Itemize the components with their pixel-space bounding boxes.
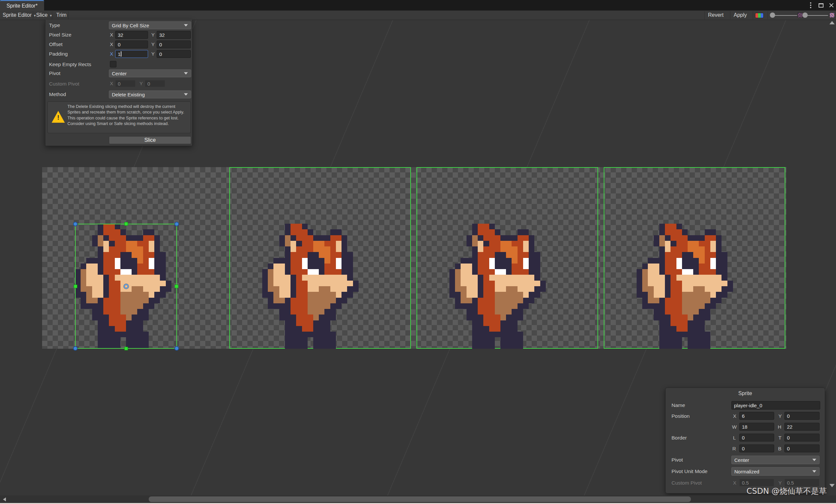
watermark-text: CSDN @烧仙草不是草 bbox=[746, 486, 827, 497]
mip-slider-track[interactable] bbox=[774, 15, 797, 16]
toolbar-separator bbox=[33, 11, 33, 19]
x-axis-label: X bbox=[110, 81, 113, 86]
keep-empty-rects-row: Keep Empty Rects bbox=[45, 60, 193, 69]
window-controls bbox=[808, 0, 834, 11]
selection-handle-top[interactable] bbox=[125, 222, 128, 226]
position-w-field[interactable]: 18 bbox=[739, 423, 774, 431]
selection-handle-bottom-right[interactable] bbox=[174, 346, 179, 351]
y-axis-label: Y bbox=[151, 41, 155, 47]
y-axis-label: Y bbox=[151, 32, 155, 38]
sprite-pivot-value: Center bbox=[734, 457, 749, 463]
sprite-selection-rect[interactable] bbox=[75, 224, 177, 349]
chevron-down-icon bbox=[184, 24, 188, 27]
chevron-down-icon bbox=[812, 470, 816, 473]
window-menu-icon[interactable] bbox=[810, 5, 811, 6]
selection-handle-bottom[interactable] bbox=[125, 347, 128, 350]
x-axis-label: X bbox=[110, 32, 113, 38]
x-axis-label: X bbox=[733, 480, 736, 486]
offset-x-value: 0 bbox=[118, 42, 120, 47]
selection-handle-left[interactable] bbox=[74, 285, 77, 288]
horizontal-scrollbar[interactable] bbox=[0, 496, 836, 503]
offset-y-field[interactable]: 0 bbox=[157, 40, 191, 49]
rgb-channels-icon[interactable] bbox=[755, 13, 764, 18]
horizontal-scroll-left-icon[interactable] bbox=[3, 498, 6, 501]
pixel-size-x-field[interactable]: 32 bbox=[115, 31, 148, 39]
custom-pivot-y-value: 0 bbox=[147, 81, 150, 86]
pivot-unit-mode-dropdown[interactable]: Normalized bbox=[732, 467, 820, 476]
window-tab[interactable]: Sprite Editor* bbox=[0, 0, 44, 11]
apply-button[interactable]: Apply bbox=[733, 11, 748, 20]
selection-handle-top-left[interactable] bbox=[73, 222, 78, 226]
zoom-slider-track[interactable] bbox=[806, 15, 828, 16]
selection-handle-top-right[interactable] bbox=[174, 222, 179, 226]
toolbar: Sprite Editor ▾ Slice ▾ Trim Revert Appl… bbox=[0, 11, 836, 20]
x-axis-label: X bbox=[110, 51, 113, 57]
vertical-scroll-down-icon[interactable] bbox=[830, 484, 835, 487]
border-t-field[interactable]: 0 bbox=[784, 433, 820, 442]
border-l-value: 0 bbox=[742, 435, 744, 441]
b-axis-label: B bbox=[778, 446, 781, 451]
chevron-down-icon: ▾ bbox=[50, 14, 52, 18]
custom-pivot-x-field: 0 bbox=[115, 80, 136, 87]
apply-label: Apply bbox=[734, 12, 747, 18]
revert-button[interactable]: Revert bbox=[707, 11, 725, 20]
border-b-field[interactable]: 0 bbox=[784, 444, 820, 452]
fox-sprite[interactable] bbox=[636, 224, 739, 349]
sprite-editor-mode-dropdown[interactable]: Sprite Editor ▾ bbox=[1, 11, 37, 20]
offset-label: Offset bbox=[49, 41, 62, 47]
position-y-field[interactable]: 0 bbox=[784, 412, 820, 420]
sprite-custom-pivot-label: Custom Pivot bbox=[671, 480, 702, 486]
toolbar-separator bbox=[753, 11, 753, 19]
border-r-field[interactable]: 0 bbox=[739, 444, 774, 452]
padding-x-field[interactable]: 1 bbox=[115, 50, 148, 58]
fox-sprite[interactable] bbox=[262, 224, 364, 349]
pivot-row: Pivot Center bbox=[45, 70, 193, 77]
slice-menu-button[interactable]: Slice ▾ bbox=[35, 11, 53, 20]
selection-handle-bottom-left[interactable] bbox=[73, 346, 78, 351]
close-icon[interactable] bbox=[829, 3, 834, 8]
type-dropdown[interactable]: Grid By Cell Size bbox=[109, 21, 191, 29]
pixel-size-row: Pixel Size X 32 Y 32 bbox=[45, 31, 193, 39]
sprite-custom-pivot-y-value: 0.5 bbox=[787, 480, 794, 486]
trim-button[interactable]: Trim bbox=[55, 11, 68, 20]
chevron-down-icon bbox=[184, 72, 188, 75]
x-axis-label: X bbox=[733, 413, 736, 419]
name-row: Name player-idle_0 bbox=[666, 401, 825, 410]
sprite-custom-pivot-x-field: 0.5 bbox=[739, 479, 774, 487]
r-axis-label: R bbox=[733, 446, 736, 451]
slice-menu-label: Slice bbox=[36, 12, 48, 18]
border-l-field[interactable]: 0 bbox=[739, 433, 774, 442]
keep-empty-rects-checkbox[interactable] bbox=[110, 61, 116, 67]
offset-x-field[interactable]: 0 bbox=[115, 40, 148, 49]
selection-handle-right[interactable] bbox=[175, 285, 178, 288]
x-axis-label: X bbox=[110, 41, 113, 47]
pivot-value: Center bbox=[112, 71, 127, 76]
padding-y-field[interactable]: 0 bbox=[157, 50, 191, 58]
stripes-icon bbox=[830, 13, 835, 18]
sprite-inspector-panel: Sprite Name player-idle_0 Position X 6 Y… bbox=[665, 388, 825, 493]
fox-sprite[interactable] bbox=[450, 224, 551, 349]
maximize-icon[interactable] bbox=[819, 3, 823, 7]
pixel-size-y-value: 32 bbox=[159, 32, 165, 38]
sprite-pivot-dropdown[interactable]: Center bbox=[732, 455, 820, 464]
pivot-dropdown[interactable]: Center bbox=[109, 70, 191, 77]
offset-y-value: 0 bbox=[159, 42, 162, 47]
sprite-name-field[interactable]: player-idle_0 bbox=[732, 401, 820, 410]
sprite-pivot-handle[interactable] bbox=[124, 284, 129, 289]
position-h-field[interactable]: 22 bbox=[784, 423, 820, 431]
position-label: Position bbox=[671, 413, 689, 419]
position-x-field[interactable]: 6 bbox=[739, 412, 774, 420]
method-dropdown[interactable]: Delete Existing bbox=[109, 91, 191, 98]
position-x-value: 6 bbox=[742, 413, 744, 419]
slice-button[interactable]: Slice bbox=[109, 136, 191, 144]
y-axis-label: Y bbox=[151, 51, 155, 57]
toolbar-separator bbox=[704, 11, 705, 19]
pixel-size-y-field[interactable]: 32 bbox=[157, 31, 191, 39]
horizontal-scrollbar-thumb[interactable] bbox=[149, 497, 691, 502]
border-row-lt: Border L 0 T 0 bbox=[666, 433, 825, 442]
border-r-value: 0 bbox=[742, 446, 744, 451]
vertical-scroll-up-icon[interactable] bbox=[830, 21, 835, 24]
sprite-pivot-row: Pivot Center bbox=[666, 455, 825, 464]
custom-pivot-y-field: 0 bbox=[145, 80, 165, 87]
pixel-size-label: Pixel Size bbox=[49, 32, 71, 38]
